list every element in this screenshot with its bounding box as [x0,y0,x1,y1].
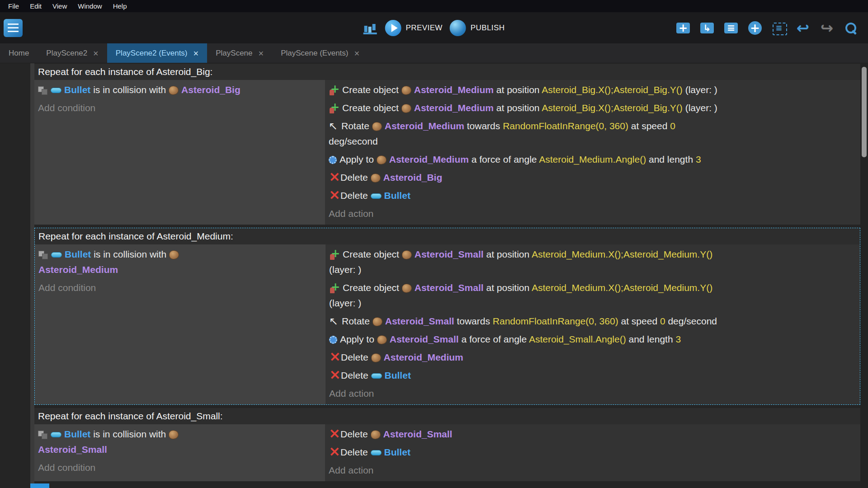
menu-help[interactable]: Help [108,2,132,10]
instruction-text: Create object [343,249,402,259]
redo-icon[interactable] [818,20,836,36]
action-row[interactable]: Delete Asteroid_Big [329,169,857,187]
add-subevent-icon[interactable] [698,20,716,36]
instruction-text: Create object [342,84,401,95]
instruction-text: at position [494,84,542,95]
tab-home[interactable]: Home [0,43,38,63]
add-condition-link[interactable]: Add condition [38,279,322,297]
expression: RandomFloatInRange(0, 360) [503,121,628,131]
action-row[interactable]: Delete Bullet [329,187,857,205]
tab-playscene2-events[interactable]: PlayScene2 (Events)× [107,43,207,63]
instruction-text: and length [626,334,676,344]
event-header[interactable]: Repeat for each instance of Asteroid_Med… [35,228,860,244]
vertical-scrollbar-thumb[interactable] [862,67,867,157]
add-event-icon[interactable] [674,20,692,36]
search-icon[interactable] [842,20,860,36]
app-icon[interactable] [4,19,23,37]
horizontal-scrollbar-thumb[interactable] [30,483,49,488]
asteroid-icon [402,284,412,293]
toolbar: PREVIEW PUBLISH [0,12,868,43]
event-header[interactable]: Repeat for each instance of Asteroid_Sma… [34,408,860,424]
action-row[interactable]: Delete Bullet [329,366,856,385]
preview-button[interactable]: PREVIEW [385,20,443,36]
add-condition-link[interactable]: Add condition [38,99,321,117]
expression: 0 [670,121,675,131]
instruction-text: a force of angle [459,334,529,344]
object-name: Asteroid_Small [415,282,484,293]
add-event-type-icon[interactable] [746,20,764,36]
tab-playscene-events[interactable]: PlayScene (Events)× [272,43,368,63]
bullet-icon [51,252,62,258]
instruction-text: (layer: ) [329,298,361,308]
actions-column: Create object Asteroid_Medium at positio… [325,80,860,225]
expression: Asteroid_Big.X();Asteroid_Big.Y() [542,103,683,113]
menu-window[interactable]: Window [72,2,107,10]
vertical-scrollbar[interactable] [860,63,868,488]
publish-button[interactable]: PUBLISH [450,20,505,36]
instruction-text: Create object [342,103,401,113]
close-tab-icon[interactable]: × [354,49,359,58]
action-row[interactable]: Create object Asteroid_Medium at positio… [329,99,857,117]
close-tab-icon[interactable]: × [193,49,199,58]
instruction-text: Rotate [341,121,372,131]
condition-row[interactable]: Bullet is in collision with Asteroid_Big [38,81,321,99]
event-header[interactable]: Repeat for each instance of Asteroid_Big… [34,64,860,80]
event-block[interactable]: Repeat for each instance of Asteroid_Big… [34,64,860,225]
conditions-column: Bullet is in collision with Asteroid_Med… [35,244,326,404]
instruction-text: Delete [341,352,371,362]
action-row[interactable]: Delete Bullet [329,443,857,461]
asteroid-icon [169,430,179,439]
menu-view[interactable]: View [47,2,72,10]
delete-icon [329,371,338,381]
instruction-text: Delete [341,370,371,380]
instruction-text: towards [454,316,493,326]
add-condition-link[interactable]: Add condition [38,459,321,477]
action-row[interactable]: Create object Asteroid_Small at position… [329,245,856,279]
instruction-text: at speed [618,316,660,326]
object-name: Asteroid_Small [415,249,484,259]
action-row[interactable]: Delete Asteroid_Small [329,425,857,443]
action-row[interactable]: Rotate Asteroid_Small towards RandomFloa… [329,312,856,330]
instruction-text: Create object [343,282,402,293]
action-row[interactable]: Apply to Asteroid_Small a force of angle… [329,330,856,348]
action-row[interactable]: Create object Asteroid_Small at position… [329,279,856,312]
instruction-text: at speed [628,121,670,131]
add-action-link[interactable]: Add action [329,385,856,403]
rotate-icon [329,317,339,327]
event-block[interactable]: Repeat for each instance of Asteroid_Med… [34,228,860,405]
undo-icon[interactable] [794,20,812,36]
tab-playscene2[interactable]: PlayScene2× [38,43,107,63]
close-tab-icon[interactable]: × [93,49,99,58]
select-events-icon[interactable] [770,20,788,36]
asteroid-icon [401,86,411,95]
instruction-text: is in collision with [90,84,169,95]
close-tab-icon[interactable]: × [259,49,264,58]
condition-row[interactable]: Bullet is in collision with Asteroid_Med… [38,245,322,279]
action-row[interactable]: Delete Asteroid_Medium [329,348,856,366]
conditions-column: Bullet is in collision with Asteroid_Big… [34,80,325,225]
condition-row[interactable]: Bullet is in collision with Asteroid_Sma… [38,425,321,459]
event-body: Bullet is in collision with Asteroid_Big… [34,80,860,225]
action-row[interactable]: Apply to Asteroid_Medium a force of angl… [329,150,857,169]
delete-icon [329,448,338,458]
object-name: Asteroid_Medium [389,154,469,164]
add-comment-icon[interactable] [722,20,740,36]
force-icon [329,156,337,164]
action-row[interactable]: Rotate Asteroid_Medium towards RandomFlo… [329,117,857,150]
asteroid-icon [377,155,387,164]
object-name: Asteroid_Small [390,334,459,344]
menu-edit[interactable]: Edit [24,2,47,10]
action-row[interactable]: Create object Asteroid_Medium at positio… [329,81,857,99]
instruction-text: Delete [340,190,371,201]
instruction-text: (layer: ) [683,103,717,113]
menu-file[interactable]: File [3,2,24,10]
instruction-text: (layer: ) [683,84,717,95]
add-action-link[interactable]: Add action [329,461,857,479]
expression: 0 [660,316,665,326]
expression: 3 [696,154,701,164]
play-icon [385,20,401,36]
force-icon [329,336,337,344]
add-action-link[interactable]: Add action [329,205,857,223]
tab-playscene[interactable]: PlayScene× [207,43,272,63]
event-block[interactable]: Repeat for each instance of Asteroid_Sma… [34,408,860,481]
